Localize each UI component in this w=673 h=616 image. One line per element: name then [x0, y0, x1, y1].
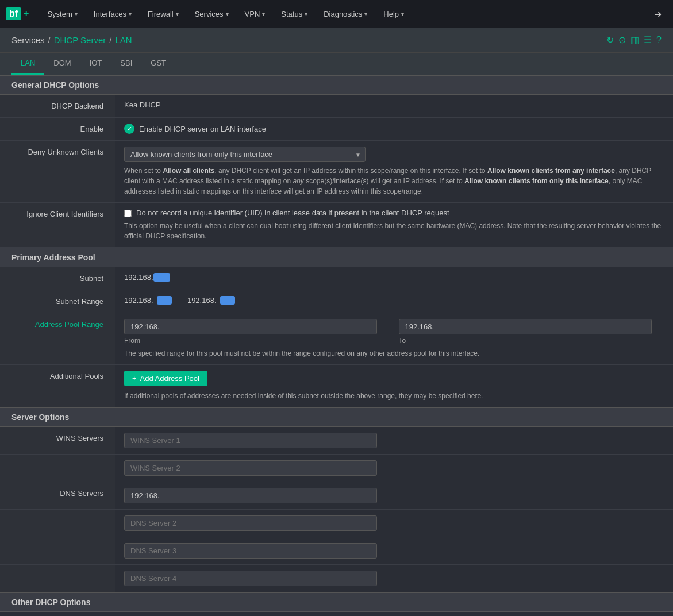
help-icon[interactable]: ? [656, 35, 662, 45]
settings-icon[interactable]: ⊙ [618, 34, 626, 45]
refresh-icon[interactable]: ↻ [606, 34, 614, 45]
ignore-client-row: Ignore Client Identifiers Do not record … [0, 203, 673, 248]
enable-text: Enable DHCP server on LAN interface [139, 125, 266, 133]
nav-status[interactable]: Status ▾ [274, 0, 314, 28]
dns-server-4-input[interactable] [124, 571, 377, 586]
dns-server-2-value [115, 510, 673, 537]
other-dhcp-section-header: Other DHCP Options [0, 592, 673, 612]
breadcrumb-actions: ↻ ⊙ ▥ ☰ ? [606, 34, 662, 45]
chevron-down-icon: ▾ [364, 11, 367, 17]
nav-interfaces-label: Interfaces [94, 10, 126, 18]
dns-server-1-input[interactable] [124, 488, 377, 503]
dns-servers-label: DNS Servers [0, 482, 115, 510]
nav-services-label: Services [195, 10, 224, 18]
dns-servers-row: DNS Servers [0, 482, 673, 510]
breadcrumb-interface[interactable]: LAN [115, 35, 132, 45]
additional-pools-label: Additional Pools [0, 365, 115, 407]
wins-server-2-label [0, 455, 115, 482]
dns-server-2-row [0, 510, 673, 537]
address-pool-range-label: Address Pool Range [0, 313, 115, 365]
dns-server-2-input[interactable] [124, 515, 377, 531]
general-dhcp-section-header: General DHCP Options [0, 75, 673, 95]
ignore-client-label: Ignore Client Identifiers [0, 203, 115, 248]
ignore-client-checkbox[interactable] [124, 210, 132, 217]
general-dhcp-table: DHCP Backend Kea DHCP Enable ✓ Enable DH… [0, 95, 673, 248]
dns-server-3-label [0, 537, 115, 565]
pool-to-input[interactable] [399, 319, 652, 334]
chevron-down-icon: ▾ [226, 11, 229, 17]
subnet-range-value: 192.168. – 192.168. [115, 290, 673, 313]
ignore-client-checkbox-text: Do not record a unique identifier (UID) … [136, 209, 449, 217]
breadcrumb-sep2: / [109, 35, 111, 45]
deny-unknown-clients-select[interactable]: Allow all clients Allow known clients fr… [124, 147, 366, 162]
brand-logo[interactable]: bf + [6, 7, 29, 20]
chevron-down-icon: ▾ [129, 11, 132, 17]
deny-unknown-row: Deny Unknown Clients Allow all clients A… [0, 141, 673, 203]
address-pool-range-value: From To The specified range for this poo… [115, 313, 673, 365]
subnet-row: Subnet 192.168. [0, 267, 673, 290]
wins-server-2-input[interactable] [124, 460, 377, 476]
pool-from-input[interactable] [124, 319, 377, 334]
chevron-down-icon: ▾ [262, 11, 265, 17]
subnet-blurred [153, 273, 171, 282]
nav-vpn-label: VPN [245, 10, 260, 18]
nav-firewall-label: Firewall [148, 10, 174, 18]
dns-server-2-label [0, 510, 115, 537]
primary-pool-table: Subnet 192.168. Subnet Range 192.168. – … [0, 267, 673, 407]
subnet-range-label: Subnet Range [0, 290, 115, 313]
nav-vpn[interactable]: VPN ▾ [238, 0, 272, 28]
plus-icon: + [132, 374, 137, 383]
tab-gst[interactable]: GST [141, 53, 175, 75]
chart-icon[interactable]: ▥ [630, 34, 639, 45]
breadcrumb-dhcp-server[interactable]: DHCP Server [54, 35, 106, 45]
deny-unknown-value: Allow all clients Allow known clients fr… [115, 141, 673, 203]
subnet-range-from: 192.168. [124, 296, 153, 305]
nav-help[interactable]: Help ▾ [376, 0, 411, 28]
brand-plus: + [24, 9, 29, 19]
tab-lan[interactable]: LAN [11, 53, 44, 75]
ignore-client-value: Do not record a unique identifier (UID) … [115, 203, 673, 248]
nav-help-label: Help [383, 10, 399, 18]
tab-dom[interactable]: DOM [44, 53, 80, 75]
subnet-range-separator: – [178, 296, 182, 305]
chevron-down-icon: ▾ [305, 11, 307, 17]
enable-value: ✓ Enable DHCP server on LAN interface [115, 118, 673, 141]
dns-server-4-value [115, 565, 673, 592]
chevron-down-icon: ▾ [401, 11, 404, 17]
add-pool-btn-label: Add Address Pool [140, 374, 199, 383]
main-content: General DHCP Options DHCP Backend Kea DH… [0, 75, 673, 612]
pool-range-help: The specified range for this pool must n… [124, 348, 664, 359]
add-address-pool-button[interactable]: + Add Address Pool [124, 371, 207, 386]
brand-text: bf [6, 7, 21, 20]
tab-iot[interactable]: IOT [80, 53, 111, 75]
nav-system[interactable]: System ▾ [40, 0, 84, 28]
wins-servers-label: WINS Servers [0, 427, 115, 455]
list-icon[interactable]: ☰ [644, 34, 652, 45]
address-pool-range-link[interactable]: Address Pool Range [35, 320, 103, 329]
dns-server-3-input[interactable] [124, 543, 377, 559]
dns-servers-value [115, 482, 673, 510]
wins-server-1-input[interactable] [124, 433, 377, 448]
primary-pool-section-header: Primary Address Pool [0, 248, 673, 267]
dns-server-4-label [0, 565, 115, 592]
breadcrumb-services[interactable]: Services [11, 35, 45, 45]
wins-server-2-row [0, 455, 673, 482]
deny-unknown-select-wrapper: Allow all clients Allow known clients fr… [124, 147, 366, 162]
tab-sbi[interactable]: SBI [111, 53, 141, 75]
enable-row: Enable ✓ Enable DHCP server on LAN inter… [0, 118, 673, 141]
dhcp-backend-label: DHCP Backend [0, 95, 115, 118]
nav-interfaces[interactable]: Interfaces ▾ [87, 0, 139, 28]
wins-servers-value [115, 427, 673, 455]
chevron-down-icon: ▾ [176, 11, 179, 17]
nav-diagnostics[interactable]: Diagnostics ▾ [317, 0, 374, 28]
deny-unknown-label: Deny Unknown Clients [0, 141, 115, 203]
breadcrumb-sep1: / [48, 35, 51, 45]
subnet-label: Subnet [0, 267, 115, 290]
nav-services[interactable]: Services ▾ [188, 0, 236, 28]
nav-firewall[interactable]: Firewall ▾ [141, 0, 186, 28]
breadcrumb-bar: Services / DHCP Server / LAN ↻ ⊙ ▥ ☰ ? [0, 28, 673, 53]
logout-icon[interactable]: ➜ [648, 9, 667, 19]
top-navigation: bf + System ▾ Interfaces ▾ Firewall ▾ Se… [0, 0, 673, 28]
ignore-client-help: This option may be useful when a client … [124, 221, 664, 241]
subnet-range-to-blurred [220, 296, 235, 305]
